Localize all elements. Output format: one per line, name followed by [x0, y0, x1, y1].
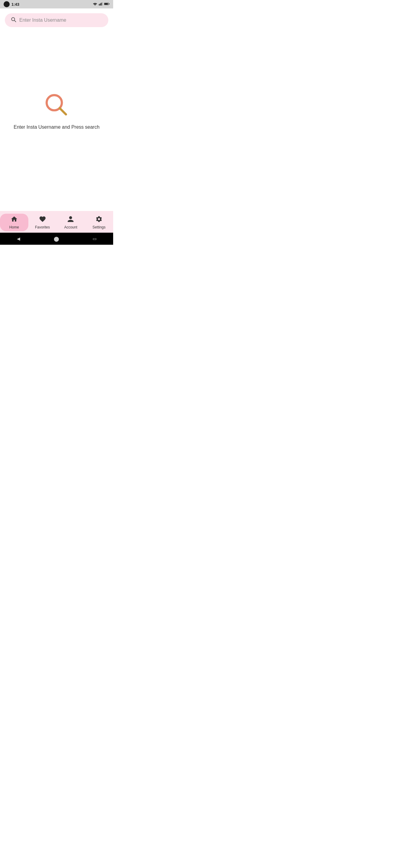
nav-label-favorites: Favorites [35, 225, 50, 229]
big-search-illustration [43, 91, 70, 119]
home-icon [10, 216, 18, 224]
recents-button[interactable]: ▭ [93, 236, 96, 241]
status-left: 1:43 [4, 1, 19, 7]
nav-item-settings[interactable]: Settings [85, 214, 113, 231]
status-right [93, 1, 110, 7]
gear-icon [95, 216, 103, 224]
nav-label-settings: Settings [92, 225, 105, 229]
search-hint-text: Enter Insta Username and Press search [13, 124, 99, 130]
wifi-icon [93, 1, 97, 7]
svg-rect-6 [109, 4, 110, 4]
main-content: Enter Insta Username and Press search [0, 8, 113, 211]
search-input[interactable] [19, 18, 102, 23]
svg-rect-3 [102, 2, 103, 6]
nav-item-account[interactable]: Account [57, 214, 85, 231]
nav-item-favorites[interactable]: Favorites [28, 214, 57, 231]
status-bar: 1:43 [0, 0, 113, 8]
signal-icon [99, 1, 103, 7]
nav-item-home[interactable]: Home [0, 214, 28, 231]
status-time: 1:43 [11, 2, 19, 7]
svg-rect-1 [100, 3, 101, 5]
search-icon-small [11, 17, 16, 24]
nav-label-home: Home [9, 225, 19, 229]
person-icon [67, 216, 74, 224]
svg-line-8 [15, 21, 16, 22]
status-circle [4, 1, 10, 7]
battery-icon [104, 1, 110, 7]
svg-rect-5 [105, 3, 108, 5]
svg-rect-0 [99, 4, 99, 6]
svg-rect-2 [101, 3, 102, 5]
back-button[interactable]: ◀ [17, 236, 20, 241]
home-button[interactable]: ⬤ [54, 236, 59, 242]
svg-line-10 [60, 108, 66, 115]
heart-icon [39, 216, 46, 224]
search-bar[interactable] [5, 13, 108, 27]
nav-label-account: Account [64, 225, 77, 229]
center-area: Enter Insta Username and Press search [13, 33, 99, 206]
bottom-nav: Home Favorites Account Settings [0, 211, 113, 233]
system-nav: ◀ ⬤ ▭ [0, 233, 113, 245]
